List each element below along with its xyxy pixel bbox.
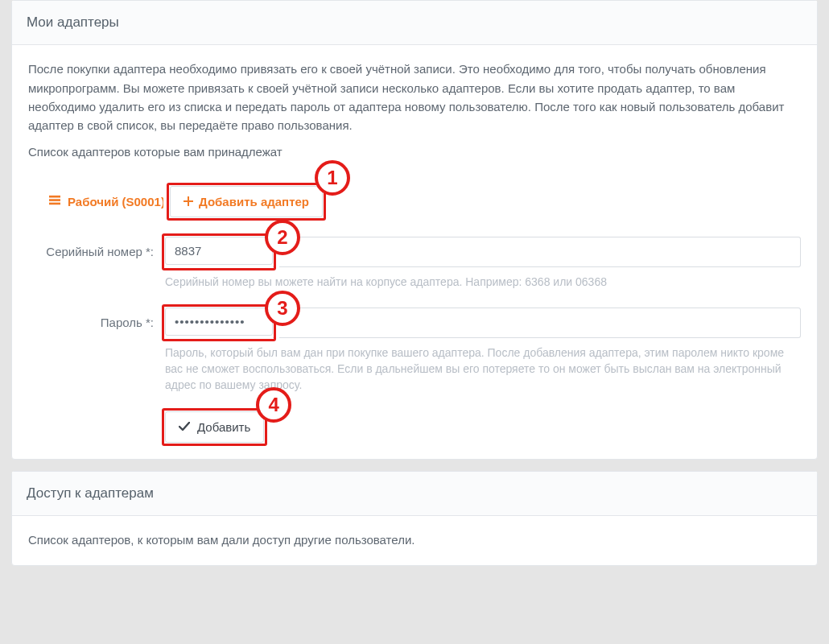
password-field: Пароль *: 3 Пароль, который был вам дан … xyxy=(28,308,801,394)
panel-body: После покупки адаптера необходимо привяз… xyxy=(12,45,817,458)
svg-rect-2 xyxy=(49,202,60,204)
serial-input[interactable] xyxy=(165,237,273,265)
svg-rect-1 xyxy=(49,199,60,201)
add-adapter-label: Добавить адаптер xyxy=(199,195,309,208)
panel-my-adapters: Мои адаптеры После покупки адаптера необ… xyxy=(11,0,818,460)
panel-title: Мои адаптеры xyxy=(12,1,817,45)
step-badge: 4 xyxy=(256,387,291,423)
submit-label: Добавить xyxy=(197,420,250,434)
step-badge: 3 xyxy=(265,291,300,326)
serial-label: Серийный номер *: xyxy=(28,237,165,261)
intro-paragraph: После покупки адаптера необходимо привяз… xyxy=(28,60,801,134)
password-input-ext[interactable] xyxy=(273,308,801,338)
intro-text: После покупки адаптера необходимо привяз… xyxy=(28,60,801,161)
add-adapter-form: Серийный номер *: 2 Серийный номер вы мо… xyxy=(28,237,801,443)
adapter-label: Рабочий (S0001) xyxy=(68,192,165,211)
submit-button[interactable]: Добавить xyxy=(165,411,264,443)
add-adapter-button[interactable]: Добавить адаптер xyxy=(170,186,323,217)
serial-input-ext[interactable] xyxy=(273,237,801,267)
panel-adapter-access: Доступ к адаптерам Список адаптеров, к к… xyxy=(11,471,818,567)
check-icon xyxy=(179,420,190,434)
step-badge: 1 xyxy=(315,160,350,196)
panel-title: Доступ к адаптерам xyxy=(12,472,817,516)
submit-row: Добавить 4 xyxy=(28,411,801,443)
password-help: Пароль, который был вам дан при покупке … xyxy=(165,345,801,394)
password-label: Пароль *: xyxy=(28,308,165,332)
password-input[interactable] xyxy=(165,308,273,336)
access-text: Список адаптеров, к которым вам дали дос… xyxy=(28,530,801,549)
adapter-icon xyxy=(49,192,60,211)
plus-icon xyxy=(184,195,193,208)
step-badge: 2 xyxy=(265,220,300,255)
serial-help: Серийный номер вы можете найти на корпус… xyxy=(165,274,801,290)
adapter-link[interactable]: Рабочий (S0001) xyxy=(49,192,165,211)
intro-paragraph: Список адаптеров которые вам принадлежат xyxy=(28,142,801,161)
svg-rect-0 xyxy=(49,195,60,197)
serial-field: Серийный номер *: 2 Серийный номер вы мо… xyxy=(28,237,801,290)
panel-body: Список адаптеров, к которым вам дали дос… xyxy=(12,516,817,565)
